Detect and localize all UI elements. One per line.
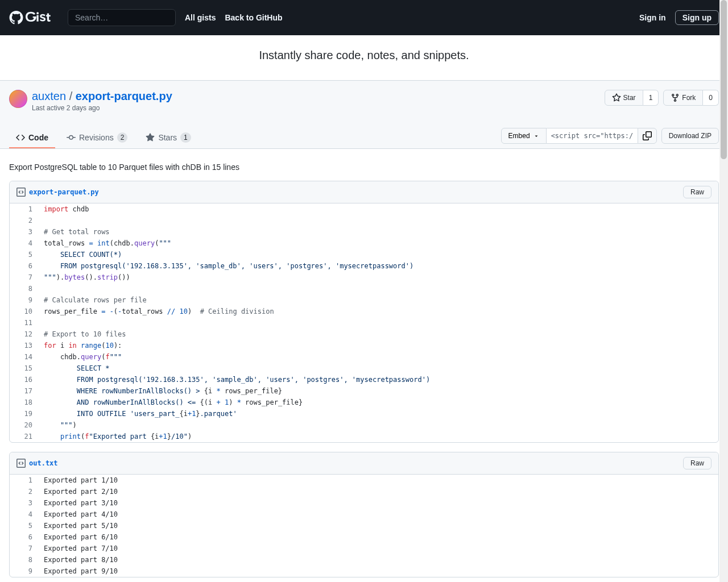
code-line: 7Exported part 7/10 (10, 543, 718, 554)
nav-all-gists[interactable]: All gists (185, 13, 216, 22)
stars-count: 1 (180, 132, 191, 143)
tab-stars[interactable]: Stars 1 (139, 128, 197, 148)
star-count[interactable]: 1 (643, 90, 659, 106)
code-content: """).bytes().strip()) (38, 272, 718, 283)
line-number[interactable]: 21 (10, 431, 38, 442)
code-line: 17 WHERE rowNumberInAllBlocks() > {i * r… (10, 385, 718, 397)
code-line: 9# Calculate rows per file (10, 294, 718, 306)
code-line: 2Exported part 2/10 (10, 486, 718, 497)
line-number[interactable]: 7 (10, 543, 38, 554)
line-number[interactable]: 18 (10, 397, 38, 408)
line-number[interactable]: 3 (10, 226, 38, 238)
fork-button[interactable]: Fork (663, 90, 703, 106)
line-number[interactable]: 17 (10, 385, 38, 397)
line-number[interactable]: 19 (10, 408, 38, 419)
code-line: 5Exported part 5/10 (10, 520, 718, 531)
line-number[interactable]: 15 (10, 363, 38, 374)
code-content: INTO OUTFILE 'users_part_{i+1}.parquet' (38, 408, 718, 419)
scrollbar[interactable] (719, 0, 728, 582)
file-name-link[interactable]: export-parquet.py (16, 188, 99, 197)
line-number[interactable]: 5 (10, 520, 38, 531)
line-number[interactable]: 6 (10, 531, 38, 543)
download-zip-button[interactable]: Download ZIP (661, 128, 719, 144)
line-number[interactable]: 9 (10, 294, 38, 306)
signin-link[interactable]: Sign in (639, 13, 666, 22)
code-content: rows_per_file = -(-total_rows // 10) # C… (38, 306, 718, 317)
code-content: Exported part 8/10 (38, 554, 718, 566)
code-content: print(f"Exported part {i+1}/10") (38, 431, 718, 442)
line-number[interactable]: 13 (10, 340, 38, 351)
line-number[interactable]: 2 (10, 215, 38, 226)
nav-back-to-github[interactable]: Back to GitHub (225, 13, 282, 22)
line-number[interactable]: 8 (10, 554, 38, 566)
code-content: # Calculate rows per file (38, 294, 718, 306)
code-line: 14 chdb.query(f""" (10, 351, 718, 363)
code-content: Exported part 9/10 (38, 566, 718, 577)
line-number[interactable]: 5 (10, 249, 38, 260)
line-number[interactable]: 8 (10, 283, 38, 294)
code-square-icon (16, 459, 26, 468)
raw-button[interactable]: Raw (683, 457, 712, 469)
line-number[interactable]: 1 (10, 203, 38, 215)
code-line: 10rows_per_file = -(-total_rows // 10) #… (10, 306, 718, 317)
line-number[interactable]: 12 (10, 329, 38, 340)
code-content: """) (38, 419, 718, 431)
code-line: 6Exported part 6/10 (10, 531, 718, 543)
embed-url-input[interactable] (547, 128, 638, 144)
line-number[interactable]: 1 (10, 475, 38, 486)
line-number[interactable]: 14 (10, 351, 38, 363)
code-content (38, 283, 718, 294)
code-line: 1Exported part 1/10 (10, 475, 718, 486)
tab-code[interactable]: Code (9, 128, 55, 148)
line-number[interactable]: 10 (10, 306, 38, 317)
line-number[interactable]: 20 (10, 419, 38, 431)
line-number[interactable]: 3 (10, 497, 38, 509)
line-number[interactable]: 4 (10, 509, 38, 520)
tabs-nav: Code Revisions 2 Stars 1 (9, 128, 501, 148)
line-number[interactable]: 4 (10, 238, 38, 249)
code-line: 15 SELECT * (10, 363, 718, 374)
code-content: for i in range(10): (38, 340, 718, 351)
code-line: 4Exported part 4/10 (10, 509, 718, 520)
line-number[interactable]: 6 (10, 260, 38, 272)
line-number[interactable]: 9 (10, 566, 38, 577)
search-input[interactable] (68, 9, 176, 26)
site-header: All gists Back to GitHub Sign in Sign up (0, 0, 728, 35)
code-table: 1import chdb23# Get total rows4total_row… (10, 203, 718, 442)
raw-button[interactable]: Raw (683, 186, 712, 198)
star-icon (146, 133, 155, 142)
code-line: 16 FROM postgresql('192.168.3.135', 'sam… (10, 374, 718, 385)
github-gist-logo[interactable] (9, 11, 59, 24)
code-line: 11 (10, 317, 718, 329)
line-number[interactable]: 7 (10, 272, 38, 283)
triangle-down-icon (533, 133, 539, 139)
author-link[interactable]: auxten (32, 90, 66, 102)
star-button[interactable]: Star (605, 90, 643, 106)
gist-description: Export PostgreSQL table to 10 Parquet fi… (9, 158, 719, 181)
fork-count[interactable]: 0 (703, 90, 719, 106)
line-number[interactable]: 2 (10, 486, 38, 497)
revisions-count: 2 (117, 132, 128, 143)
code-content: FROM postgresql('192.168.3.135', 'sample… (38, 374, 718, 385)
code-line: 18 AND rowNumberInAllBlocks() <= {(i + 1… (10, 397, 718, 408)
code-content: Exported part 6/10 (38, 531, 718, 543)
signup-button[interactable]: Sign up (675, 10, 719, 25)
code-content: Exported part 2/10 (38, 486, 718, 497)
file-name-link[interactable]: out.txt (16, 459, 58, 468)
code-line: 9Exported part 9/10 (10, 566, 718, 577)
fork-icon (671, 93, 680, 102)
code-content: SELECT COUNT(*) (38, 249, 718, 260)
tab-revisions[interactable]: Revisions 2 (60, 128, 134, 148)
line-number[interactable]: 11 (10, 317, 38, 329)
embed-dropdown[interactable]: Embed (501, 128, 547, 144)
avatar[interactable] (9, 90, 27, 108)
code-content: Exported part 7/10 (38, 543, 718, 554)
copy-button[interactable] (638, 128, 657, 144)
gist-meta: Last active 2 days ago (32, 104, 605, 112)
scrollbar-thumb[interactable] (721, 0, 727, 159)
code-line: 3Exported part 3/10 (10, 497, 718, 509)
line-number[interactable]: 16 (10, 374, 38, 385)
gist-name-link[interactable]: export-parquet.py (76, 90, 172, 102)
code-content: Exported part 3/10 (38, 497, 718, 509)
code-content: Exported part 4/10 (38, 509, 718, 520)
